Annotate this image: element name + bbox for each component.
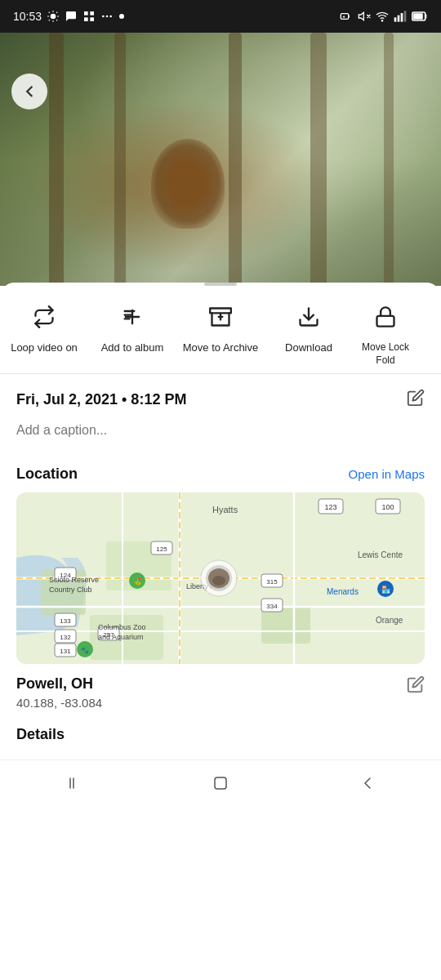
- svg-rect-12: [398, 16, 400, 22]
- tree-trunk-4: [310, 33, 327, 286]
- svg-text:125: 125: [156, 546, 167, 553]
- svg-rect-1: [84, 11, 88, 16]
- svg-rect-77: [215, 777, 226, 789]
- svg-text:Country Club: Country Club: [49, 586, 92, 594]
- wifi-icon: [376, 10, 389, 23]
- location-city: Powell, OH: [16, 675, 102, 693]
- svg-point-7: [109, 16, 112, 18]
- mute-icon: [358, 10, 371, 23]
- back-nav-button[interactable]: [347, 763, 388, 804]
- location-title: Location: [16, 466, 78, 483]
- tree-trunk-2: [114, 33, 126, 286]
- home-nav-button[interactable]: [200, 763, 241, 804]
- svg-text:123: 123: [324, 503, 336, 511]
- svg-text:100: 100: [381, 503, 394, 511]
- download-label: Download: [285, 341, 332, 355]
- svg-text:Menards: Menards: [327, 587, 359, 596]
- map-container[interactable]: 123 100 125 315 334 257 133 132 124: [16, 492, 425, 664]
- download-action[interactable]: Download: [265, 299, 353, 355]
- svg-rect-4: [90, 17, 94, 21]
- svg-text:🐾: 🐾: [81, 646, 89, 654]
- charging-icon: [340, 10, 353, 23]
- add-playlist-icon: [114, 299, 150, 335]
- tree-trunk-5: [384, 33, 394, 286]
- svg-text:133: 133: [60, 617, 71, 625]
- location-text-group: Powell, OH 40.188, -83.084: [16, 675, 102, 710]
- map-svg: 123 100 125 315 334 257 133 132 124: [16, 492, 425, 664]
- archive-icon: [203, 299, 238, 335]
- svg-rect-3: [84, 17, 88, 21]
- dot-icon: [118, 13, 125, 20]
- date-row: Fri, Jul 2, 2021 • 8:12 PM: [16, 389, 425, 410]
- move-archive-label: Move to Archive: [183, 341, 259, 355]
- svg-text:⛳: ⛳: [133, 577, 143, 586]
- loop-video-action[interactable]: Loop video on: [0, 299, 88, 355]
- battery-icon: [412, 10, 428, 23]
- brightness-icon: [47, 10, 60, 23]
- tree-trunk-1: [49, 33, 64, 286]
- tree-trunk-3: [229, 33, 242, 286]
- loop-video-label: Loop video on: [11, 341, 78, 355]
- move-lock-label: Move Lock Fold: [353, 341, 418, 367]
- photo-overlay: [0, 33, 441, 286]
- svg-point-10: [381, 20, 382, 21]
- svg-point-0: [51, 14, 56, 20]
- svg-rect-22: [377, 316, 394, 327]
- svg-text:315: 315: [266, 578, 278, 586]
- add-album-label: Add to album: [101, 341, 164, 355]
- grid-icon: [82, 10, 96, 23]
- bottom-sheet: Loop video on Add to album: [0, 283, 441, 760]
- svg-rect-11: [394, 17, 397, 21]
- svg-text:Scioto Reserve: Scioto Reserve: [49, 576, 99, 584]
- time-display: 10:53: [13, 10, 42, 23]
- svg-rect-9: [341, 14, 348, 20]
- date-text: Fri, Jul 2, 2021 • 8:12 PM: [16, 391, 186, 408]
- status-left: 10:53: [13, 10, 125, 23]
- dots-icon: [100, 10, 114, 23]
- svg-text:131: 131: [60, 648, 71, 655]
- message-icon: [65, 10, 78, 23]
- location-coordinates: 40.188, -83.084: [16, 696, 102, 710]
- svg-rect-14: [404, 11, 407, 21]
- svg-point-6: [106, 16, 109, 18]
- svg-rect-13: [401, 13, 403, 22]
- svg-text:Lewis Cente: Lewis Cente: [358, 550, 403, 559]
- download-icon: [291, 299, 327, 335]
- svg-point-5: [102, 16, 105, 18]
- svg-text:334: 334: [266, 603, 278, 610]
- svg-text:Columbus Zoo: Columbus Zoo: [98, 623, 146, 631]
- signal-icon: [394, 10, 407, 23]
- svg-rect-16: [413, 13, 423, 20]
- move-lock-action[interactable]: Move Lock Fold: [353, 299, 418, 367]
- status-right: [340, 10, 428, 23]
- edit-date-button[interactable]: [407, 389, 425, 410]
- location-header: Location Open in Maps: [16, 466, 425, 483]
- svg-point-8: [119, 14, 124, 19]
- location-section: Location Open in Maps: [0, 456, 441, 664]
- photo-container: [0, 33, 441, 286]
- svg-rect-26: [261, 607, 310, 644]
- recents-nav-button[interactable]: [53, 763, 94, 804]
- edit-location-button[interactable]: [407, 675, 425, 697]
- add-album-action[interactable]: Add to album: [88, 299, 176, 355]
- caption-input[interactable]: [16, 420, 425, 441]
- svg-text:🏪: 🏪: [381, 585, 391, 595]
- svg-point-74: [212, 576, 225, 586]
- svg-text:and Aquarium: and Aquarium: [98, 633, 144, 641]
- status-bar: 10:53: [0, 0, 441, 33]
- loop-icon: [26, 299, 62, 335]
- open-maps-button[interactable]: Open in Maps: [349, 467, 425, 481]
- animal-silhouette: [151, 139, 225, 229]
- location-info: Powell, OH 40.188, -83.084: [0, 675, 441, 718]
- svg-text:Hyatts: Hyatts: [212, 505, 238, 514]
- back-button[interactable]: [11, 74, 47, 109]
- svg-text:Orange: Orange: [376, 616, 403, 625]
- actions-row: Loop video on Add to album: [0, 286, 441, 374]
- move-archive-action[interactable]: Move to Archive: [176, 299, 265, 355]
- details-title: Details: [16, 726, 65, 742]
- svg-rect-2: [90, 11, 94, 16]
- svg-rect-19: [210, 309, 231, 314]
- nav-bar: [0, 760, 441, 805]
- details-section: Details: [0, 718, 441, 760]
- svg-text:132: 132: [60, 634, 71, 641]
